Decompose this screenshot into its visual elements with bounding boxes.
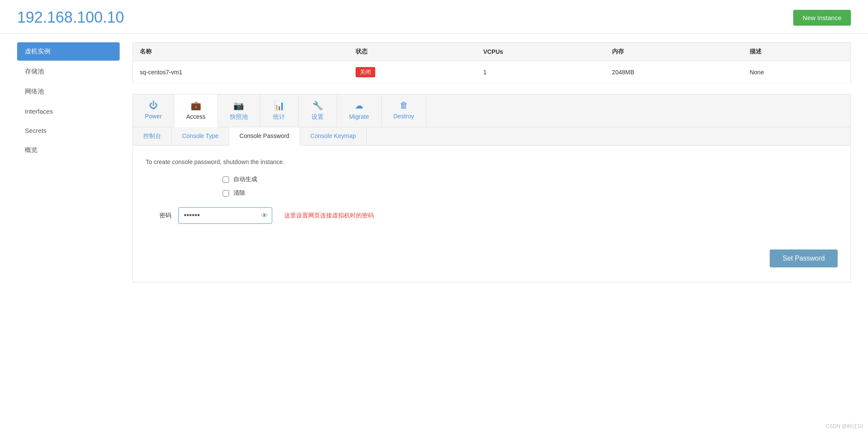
cell-memory: 2048MB [605,61,743,84]
tab-access-label: Access [186,113,206,120]
sidebar: 虚机实例存储池网络池InterfacesSecrets概览 [17,42,120,282]
table-row: sq-centos7-vm1 关闭 1 2048MB None [133,61,851,84]
tab-settings[interactable]: 🔧 设置 [299,94,337,127]
col-memory: 内存 [605,43,743,61]
tab-power[interactable]: ⏻ Power [133,94,174,127]
main-layout: 虚机实例存储池网络池InterfacesSecrets概览 名称 状态 VCPU… [0,34,868,291]
tab-power-label: Power [145,113,162,120]
password-row: 密码 👁 这里设置网页连接虚拟机时的密码 [146,207,838,224]
cell-vcpus: 1 [477,61,605,84]
tab-stats[interactable]: 📊 统计 [260,94,299,127]
tab-access[interactable]: 💼 Access [174,94,218,127]
set-password-button[interactable]: Set Password [770,249,838,267]
subtab-console-password[interactable]: Console Password [229,127,300,146]
col-desc: 描述 [743,43,851,61]
cell-name: sq-centos7-vm1 [133,61,349,84]
cell-status: 关闭 [349,61,477,84]
auto-generate-label: 自动生成 [233,176,257,183]
migrate-icon: ☁ [355,100,363,111]
content-area: 名称 状态 VCPUs 内存 描述 sq-centos7-vm1 关闭 1 20… [132,42,851,282]
page-title: 192.168.100.10 [17,9,124,26]
header: 192.168.100.10 New Instance [0,0,868,34]
power-icon: ⏻ [149,100,158,110]
subtab-console[interactable]: 控制台 [133,127,172,145]
sidebar-item-5[interactable]: 概览 [17,141,120,159]
annotation-text: 这里设置网页连接虚拟机时的密码 [284,212,374,220]
access-icon: 💼 [191,100,201,111]
password-input[interactable] [178,207,272,224]
sub-tabs: 控制台 Console Type Console Password Consol… [132,127,851,146]
sidebar-item-2[interactable]: 网络池 [17,82,120,101]
status-badge: 关闭 [356,67,375,77]
settings-icon: 🔧 [312,100,323,111]
new-instance-button[interactable]: New Instance [793,10,851,26]
subtab-console-keymap[interactable]: Console Keymap [300,127,367,145]
clear-label: 清除 [233,189,245,197]
checkbox-group: 自动生成 清除 [223,176,838,197]
instance-table: 名称 状态 VCPUs 内存 描述 sq-centos7-vm1 关闭 1 20… [132,42,851,84]
tab-migrate[interactable]: ☁ Migrate [337,94,382,127]
tab-settings-label: 设置 [312,113,324,121]
col-status: 状态 [349,43,477,61]
panel-notice: To create console password, shutdown the… [146,158,838,165]
action-tabs: ⏻ Power 💼 Access 📷 快照池 📊 统计 🔧 设置 ☁ Mig [132,94,851,127]
clear-option[interactable]: 清除 [223,189,838,197]
tab-snapshot[interactable]: 📷 快照池 [218,94,260,127]
tab-destroy[interactable]: 🗑 Destroy [382,94,427,127]
console-password-panel: To create console password, shutdown the… [132,146,851,282]
tab-stats-label: 统计 [273,113,285,121]
auto-generate-option[interactable]: 自动生成 [223,176,838,183]
col-vcpus: VCPUs [477,43,605,61]
clear-checkbox[interactable] [223,190,229,197]
sidebar-item-3[interactable]: Interfaces [17,103,120,120]
sidebar-item-1[interactable]: 存储池 [17,62,120,81]
sidebar-item-4[interactable]: Secrets [17,122,120,139]
password-input-wrap: 👁 [178,207,272,224]
stats-icon: 📊 [274,100,285,111]
password-label: 密码 [146,212,171,220]
sidebar-item-0[interactable]: 虚机实例 [17,42,120,61]
eye-icon[interactable]: 👁 [261,212,268,220]
cell-desc: None [743,61,851,84]
tab-snapshot-label: 快照池 [230,113,248,121]
tab-migrate-label: Migrate [349,113,369,120]
auto-generate-checkbox[interactable] [223,176,229,183]
snapshot-icon: 📷 [233,100,244,111]
tab-destroy-label: Destroy [394,113,414,120]
subtab-console-type[interactable]: Console Type [172,127,229,145]
col-name: 名称 [133,43,349,61]
destroy-icon: 🗑 [400,100,408,110]
